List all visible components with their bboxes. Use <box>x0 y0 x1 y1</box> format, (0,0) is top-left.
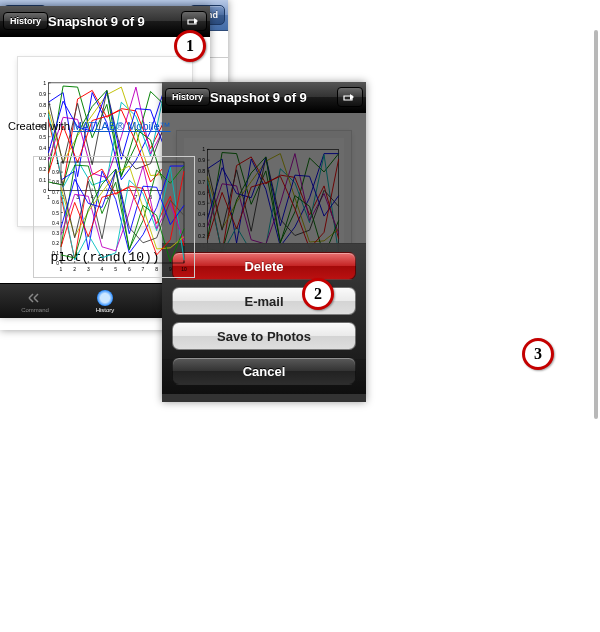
share-button[interactable] <box>181 11 207 31</box>
body-text: Created with <box>8 120 73 132</box>
svg-text:0.2: 0.2 <box>52 240 59 246</box>
navbar: History Snapshot 9 of 9 <box>162 82 366 113</box>
navbar-title: Snapshot 9 of 9 <box>210 90 337 105</box>
svg-text:1: 1 <box>60 266 63 272</box>
svg-text:4: 4 <box>101 266 104 272</box>
scrollbar[interactable] <box>594 30 598 628</box>
history-back-button[interactable]: History <box>165 88 210 106</box>
svg-text:0.6: 0.6 <box>52 199 59 205</box>
svg-text:7: 7 <box>142 266 145 272</box>
svg-text:8: 8 <box>155 266 158 272</box>
tab-label: Command <box>21 307 49 313</box>
svg-text:0.8: 0.8 <box>39 102 46 108</box>
line-chart: 1234567891000.10.20.30.40.50.60.70.80.91 <box>34 157 194 277</box>
svg-text:5: 5 <box>114 266 117 272</box>
mail-body[interactable]: Created with MATLAB® Mobile™ 12345678910… <box>0 112 228 286</box>
step-badge-3: 3 <box>522 338 554 370</box>
svg-text:0.1: 0.1 <box>52 250 59 256</box>
share-icon <box>343 91 357 103</box>
svg-text:0.8: 0.8 <box>52 179 59 185</box>
cancel-button[interactable]: Cancel <box>172 357 356 385</box>
svg-text:3: 3 <box>87 266 90 272</box>
share-button[interactable] <box>337 87 363 107</box>
tab-label: History <box>96 307 115 313</box>
matlab-mobile-link[interactable]: MATLAB® Mobile™ <box>73 120 171 132</box>
step-badge-1: 1 <box>174 30 206 62</box>
svg-text:1: 1 <box>56 159 59 165</box>
svg-text:0.9: 0.9 <box>52 169 59 175</box>
svg-text:2: 2 <box>73 266 76 272</box>
tab-history[interactable]: History <box>70 284 140 318</box>
history-back-button[interactable]: History <box>3 12 48 30</box>
svg-text:0.3: 0.3 <box>52 230 59 236</box>
svg-text:0.7: 0.7 <box>52 189 59 195</box>
tab-command[interactable]: Command <box>0 284 70 318</box>
svg-text:1: 1 <box>43 80 46 86</box>
attached-chart: 1234567891000.10.20.30.40.50.60.70.80.91 <box>33 156 195 278</box>
share-icon <box>187 15 201 27</box>
svg-text:0.9: 0.9 <box>39 91 46 97</box>
svg-text:10: 10 <box>181 266 187 272</box>
navbar-title: Snapshot 9 of 9 <box>48 14 181 29</box>
svg-text:9: 9 <box>169 266 172 272</box>
forward-icon <box>27 290 43 306</box>
reload-icon <box>97 290 113 306</box>
svg-text:6: 6 <box>128 266 131 272</box>
save-to-photos-button[interactable]: Save to Photos <box>172 322 356 350</box>
svg-text:0: 0 <box>56 260 59 266</box>
step-badge-2: 2 <box>302 278 334 310</box>
navbar: History Snapshot 9 of 9 <box>0 6 210 37</box>
svg-text:0.5: 0.5 <box>52 210 59 216</box>
svg-text:0.4: 0.4 <box>52 220 59 226</box>
redacted <box>82 65 172 77</box>
